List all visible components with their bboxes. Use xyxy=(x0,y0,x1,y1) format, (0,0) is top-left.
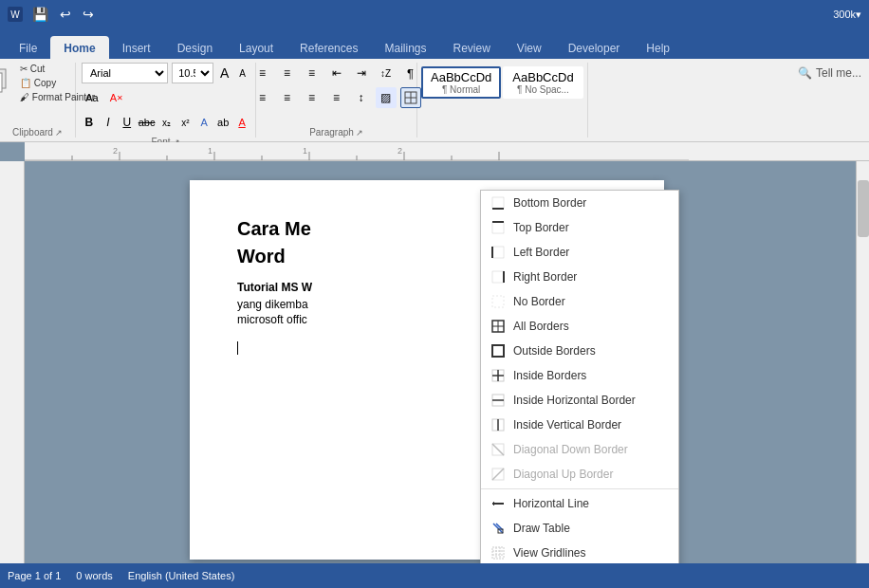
tab-help[interactable]: Help xyxy=(633,36,683,59)
tab-view[interactable]: View xyxy=(504,36,555,59)
menu-item-left-border[interactable]: Left Border xyxy=(481,240,678,265)
tab-references[interactable]: References xyxy=(287,36,371,59)
undo-icon[interactable]: ↩ xyxy=(56,5,75,24)
word-icon: W xyxy=(8,7,23,22)
menu-item-all-borders-label: All Borders xyxy=(513,320,569,333)
shading-button[interactable]: ▨ xyxy=(376,87,397,108)
align-right-button[interactable]: ≡ xyxy=(302,87,323,108)
subscript-button[interactable]: x₂ xyxy=(158,112,174,133)
scroll-thumb[interactable] xyxy=(858,180,869,237)
clipboard-group: ✂ Cut 📋 Copy 🖌 Format Painter Clipboard … xyxy=(0,63,76,138)
all-borders-icon xyxy=(490,319,506,334)
bold-button[interactable]: B xyxy=(82,112,97,133)
menu-item-right-border-label: Right Border xyxy=(513,270,577,284)
tell-me-box[interactable]: 🔍 Tell me... xyxy=(790,63,869,83)
menu-item-h-line[interactable]: Horizontal Line xyxy=(481,491,678,516)
font-family-row: Arial 10.5 A A xyxy=(82,63,250,83)
menu-item-outside-borders-label: Outside Borders xyxy=(513,344,596,358)
menu-divider-1 xyxy=(481,488,678,489)
menu-item-view-gridlines[interactable]: View Gridlines xyxy=(481,541,678,563)
vertical-scrollbar[interactable] xyxy=(856,161,869,563)
svg-text:2: 2 xyxy=(113,146,118,156)
menu-item-no-border[interactable]: No Border xyxy=(481,289,678,314)
svg-text:2: 2 xyxy=(398,146,402,156)
change-case-button[interactable]: Aa xyxy=(82,87,102,108)
font-color-button[interactable]: A xyxy=(234,112,250,133)
styles-row: AaBbCcDd ¶ Normal AaBbCcDd ¶ No Spac... xyxy=(421,66,583,99)
status-bar: Page 1 of 1 0 words English (United Stat… xyxy=(0,563,869,588)
grow-font-button[interactable]: A xyxy=(217,63,231,83)
svg-rect-33 xyxy=(492,345,504,357)
svg-line-44 xyxy=(492,469,504,480)
clipboard-label: Clipboard ↗ xyxy=(12,127,63,138)
text-effect-button[interactable]: A xyxy=(196,112,212,133)
highlight-button[interactable]: ab xyxy=(215,112,231,133)
unordered-list-button[interactable]: ≡ xyxy=(252,63,273,83)
tab-developer[interactable]: Developer xyxy=(555,36,634,59)
menu-item-draw-table[interactable]: Draw Table xyxy=(481,516,678,541)
diag-up-icon xyxy=(490,467,506,482)
document-area: 2 1 1 2 Cara Me Word Tutorial MS W yang … xyxy=(0,142,869,563)
tab-layout[interactable]: Layout xyxy=(226,36,287,59)
align-left-button[interactable]: ≡ xyxy=(252,87,273,108)
increase-indent-button[interactable]: ⇥ xyxy=(351,63,372,83)
tab-home[interactable]: Home xyxy=(50,36,108,59)
word-count: 0 words xyxy=(76,570,113,581)
redo-icon[interactable]: ↪ xyxy=(79,5,98,24)
style-no-space[interactable]: AaBbCcDd ¶ No Spac... xyxy=(503,66,582,99)
menu-item-left-border-label: Left Border xyxy=(513,246,569,259)
no-border-icon xyxy=(490,294,506,309)
font-format-row: Aa A✕ xyxy=(82,87,250,108)
menu-item-diag-up: Diagonal Up Border xyxy=(481,462,678,487)
style-normal-preview: AaBbCcDd xyxy=(431,70,491,84)
svg-rect-21 xyxy=(492,197,504,209)
strikethrough-button[interactable]: abc xyxy=(139,112,156,133)
justify-button[interactable]: ≡ xyxy=(326,87,347,108)
align-center-button[interactable]: ≡ xyxy=(277,87,298,108)
multilevel-list-button[interactable]: ≡ xyxy=(302,63,323,83)
menu-item-all-borders[interactable]: All Borders xyxy=(481,314,678,339)
paragraph-expand-icon[interactable]: ↗ xyxy=(356,128,363,138)
svg-text:1: 1 xyxy=(208,146,213,156)
left-border-icon xyxy=(490,245,506,260)
tab-insert[interactable]: Insert xyxy=(109,36,164,59)
bottom-border-icon xyxy=(490,195,506,211)
tab-mailings[interactable]: Mailings xyxy=(371,36,439,59)
font-family-select[interactable]: Arial xyxy=(82,63,168,83)
italic-button[interactable]: I xyxy=(101,112,116,133)
font-size-select[interactable]: 10.5 xyxy=(172,63,213,83)
h-line-icon xyxy=(490,496,506,511)
underline-button[interactable]: U xyxy=(120,112,135,133)
style-nospace-preview: AaBbCcDd xyxy=(512,70,573,84)
save-icon[interactable]: 💾 xyxy=(28,5,52,24)
top-border-icon xyxy=(490,220,506,235)
menu-item-inside-borders[interactable]: Inside Borders xyxy=(481,363,678,388)
menu-item-bottom-border[interactable]: Bottom Border xyxy=(481,191,678,215)
menu-item-right-border[interactable]: Right Border xyxy=(481,265,678,289)
style-normal[interactable]: AaBbCcDd ¶ Normal xyxy=(421,66,501,99)
inside-v-border-icon xyxy=(490,417,506,432)
svg-rect-27 xyxy=(492,271,504,283)
diag-down-icon xyxy=(490,442,506,457)
menu-item-top-border[interactable]: Top Border xyxy=(481,215,678,240)
menu-item-inside-borders-label: Inside Borders xyxy=(513,369,586,382)
superscript-button[interactable]: x² xyxy=(177,112,193,133)
menu-item-view-gridlines-label: View Gridlines xyxy=(513,546,585,560)
tab-design[interactable]: Design xyxy=(164,36,226,59)
font-group: Arial 10.5 A A Aa A✕ B I U abc x₂ x² A xyxy=(76,63,256,138)
menu-item-outside-borders[interactable]: Outside Borders xyxy=(481,339,678,363)
clear-format-button[interactable]: A✕ xyxy=(106,87,127,108)
decrease-indent-button[interactable]: ⇤ xyxy=(326,63,347,83)
tab-review[interactable]: Review xyxy=(439,36,503,59)
sort-button[interactable]: ↕Z xyxy=(376,63,397,83)
paste-button[interactable] xyxy=(0,63,16,101)
align-row: ≡ ≡ ≡ ≡ ↕ ▨ xyxy=(252,87,421,108)
line-spacing-button[interactable]: ↕ xyxy=(351,87,372,108)
clipboard-expand-icon[interactable]: ↗ xyxy=(55,128,63,138)
menu-item-inside-v-border[interactable]: Inside Vertical Border xyxy=(481,413,678,437)
shrink-font-button[interactable]: A xyxy=(235,63,250,83)
menu-item-inside-h-border[interactable]: Inside Horizontal Border xyxy=(481,388,678,413)
tab-file[interactable]: File xyxy=(6,36,50,59)
svg-rect-23 xyxy=(492,222,504,233)
ordered-list-button[interactable]: ≡ xyxy=(277,63,298,83)
